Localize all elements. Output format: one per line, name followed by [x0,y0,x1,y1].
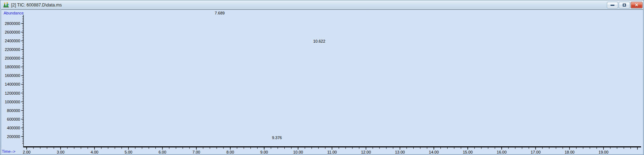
peak-label: 7.689 [215,11,225,15]
x-tick-label: 12.00 [361,150,371,154]
minimize-button[interactable] [607,2,618,8]
x-tick-label: 17.00 [530,150,541,154]
x-tick-label: 3.00 [57,150,64,154]
x-tick-label: 9.00 [260,150,268,154]
chromatogram-window: [2] TIC: 600887.D\data.ms ✕ Abundance Ti… [0,0,644,155]
y-axis-title: Abundance [4,11,24,15]
y-tick-label: 1600000 [5,73,20,78]
title-bar[interactable]: [2] TIC: 600887.D\data.ms ✕ [0,0,644,9]
x-tick-label: 14.00 [429,150,439,154]
y-tick-label: 1800000 [5,65,20,69]
x-tick-label: 6.00 [159,150,166,154]
x-tick-label: 4.00 [91,150,98,154]
chromatogram-icon [3,2,9,8]
x-tick-label: 2.00 [23,150,30,154]
restore-icon [623,4,626,7]
y-tick-label: 2800000 [5,21,20,26]
x-tick-label: 8.00 [226,150,234,154]
x-tick-label: 16.00 [497,150,507,154]
y-tick-label: 1000000 [5,100,20,104]
window-title: [2] TIC: 600887.D\data.ms [11,3,62,8]
y-tick-label: 200000 [7,134,20,139]
y-tick-label: 800000 [7,108,20,113]
x-tick-label: 7.00 [192,150,200,154]
y-tick-label: 600000 [7,117,20,121]
minimize-icon [610,5,614,6]
close-icon: ✕ [635,3,638,7]
tic-signal-trace [27,10,639,145]
y-tick-label: 2000000 [5,56,20,60]
y-tick-label: 1200000 [5,91,20,95]
y-tick-label: 2400000 [5,39,20,43]
peak-label: 10.622 [313,39,325,43]
y-tick-label: 400000 [7,126,20,130]
tic-chromatogram-chart[interactable]: 2.003.004.005.006.007.008.009.0010.0011.… [1,10,644,154]
x-tick-label: 5.00 [125,150,132,154]
x-tick-label: 18.00 [565,150,575,154]
plot-area[interactable]: Abundance Time--> 2.003.004.005.006.007.… [1,9,643,154]
x-axis-title: Time--> [2,149,15,154]
y-tick-label: 2600000 [5,30,20,34]
close-button[interactable]: ✕ [631,2,643,8]
x-tick-label: 15.00 [463,150,473,154]
y-tick-label: 2200000 [5,47,20,52]
x-tick-label: 13.00 [395,150,405,154]
x-tick-label: 10.00 [293,150,303,154]
y-tick-label: 1400000 [5,82,20,86]
restore-button[interactable] [619,2,630,8]
x-tick-label: 11.00 [327,150,337,154]
window-controls: ✕ [607,2,643,8]
x-tick-label: 19.00 [599,150,609,154]
peak-label: 9.376 [272,135,282,140]
